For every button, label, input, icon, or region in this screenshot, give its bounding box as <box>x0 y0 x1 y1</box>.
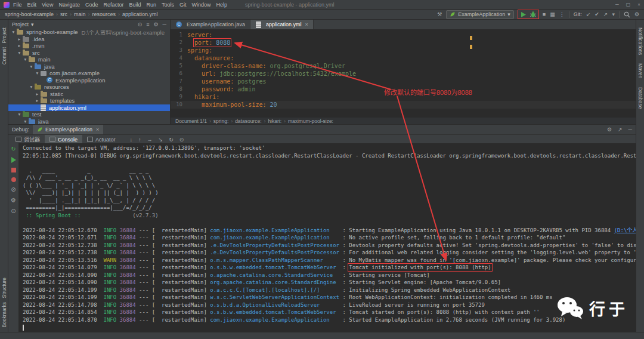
tree-chevron-icon[interactable]: ▾ <box>35 70 40 76</box>
locate-file-icon[interactable]: ⊙ <box>138 21 143 27</box>
git-commit-icon[interactable]: ✔ <box>595 11 599 19</box>
editor-breadcrumb-document-1-1[interactable]: Document 1/1 <box>175 118 207 124</box>
stop-button[interactable]: ■ <box>543 11 546 19</box>
tree-item-test[interactable]: ▾test <box>8 111 170 118</box>
git-push-icon[interactable]: ↗ <box>603 11 608 19</box>
debug-gear-icon[interactable]: ⚙ <box>11 198 16 204</box>
code-line-6[interactable]: 6 url: jdbc:postgres://localhost:5432/ex… <box>171 70 636 78</box>
editor-breadcrumb-maximum-pool-size[interactable]: maximum-pool-size: <box>288 118 333 124</box>
maximize-icon[interactable]: ▢ <box>626 2 631 7</box>
tool-strip-bookmarks[interactable]: Bookmarks <box>1 302 7 328</box>
stop-icon[interactable] <box>11 168 16 172</box>
code-line-5[interactable]: 5 driver-class-name: org.postgresql.Driv… <box>171 62 636 70</box>
search-icon[interactable] <box>624 11 630 18</box>
console[interactable]: Connected to the target VM, address: '12… <box>19 143 636 332</box>
tree-chevron-icon[interactable]: ▾ <box>11 29 16 35</box>
tree-item-java[interactable]: ▾java <box>8 118 170 125</box>
breadcrumb-spring-boot-example[interactable]: spring-boot-example <box>5 11 54 17</box>
code-line-7[interactable]: 7 username: postgres <box>171 78 636 85</box>
code-line-4[interactable]: 4 datasource: <box>171 54 636 62</box>
settings-gear-icon[interactable]: ⚙ <box>634 11 639 19</box>
hide-panel-icon[interactable]: ─ <box>628 127 632 132</box>
close-icon[interactable]: × <box>637 2 640 7</box>
run-button[interactable] <box>520 11 527 18</box>
run-config-selector[interactable]: ExampleApplication ▾ <box>446 10 514 19</box>
tree-chevron-icon[interactable]: ▾ <box>29 84 34 90</box>
breadcrumb-application-yml[interactable]: application.yml <box>122 11 158 17</box>
menu-refactor[interactable]: Refactor <box>103 2 123 8</box>
git-dropdown-icon[interactable]: ▾ <box>612 11 615 19</box>
debug-settings-gear-icon[interactable]: ⚙ <box>607 127 612 132</box>
code-line-10[interactable]: 10 maximum-pool-size: 20 <box>171 101 636 109</box>
tree-chevron-icon[interactable]: ▸ <box>35 98 40 103</box>
tree-chevron-icon[interactable]: ▸ <box>35 91 40 97</box>
editor-breadcrumb-hikari[interactable]: hikari: <box>268 118 281 124</box>
menu-view[interactable]: View <box>42 2 53 8</box>
menu-edit[interactable]: Edit <box>27 2 37 8</box>
step-icon-3[interactable]: ↘ <box>159 137 163 143</box>
tree-item-application-yml[interactable]: application.yml <box>8 104 170 112</box>
tool-strip-database[interactable]: Database <box>637 87 643 109</box>
menu-build[interactable]: Build <box>129 2 141 8</box>
menu-file[interactable]: File <box>13 2 22 8</box>
step-icon-2[interactable]: → <box>147 137 153 143</box>
debug-tab-item[interactable]: 调试器 <box>11 135 45 144</box>
code-line-1[interactable]: 1server: <box>171 31 636 39</box>
tree-chevron-icon[interactable]: ▸ <box>17 36 22 42</box>
tree-chevron-icon[interactable]: ▾ <box>17 112 22 117</box>
tool-strip-project[interactable]: Project <box>1 27 7 43</box>
minimize-icon[interactable]: ─ <box>615 2 619 7</box>
debug-button[interactable] <box>530 11 537 18</box>
tree-chevron-icon[interactable]: ▾ <box>17 50 22 56</box>
tree-item-idea[interactable]: ▸.idea <box>8 36 170 43</box>
debug-session-tab[interactable]: ExampleApplication × <box>33 125 103 134</box>
tree-item-main[interactable]: ▾main <box>8 56 170 63</box>
breadcrumb-resources[interactable]: resources <box>92 11 116 17</box>
float-window-icon[interactable]: ↗ <box>618 127 623 132</box>
tree-item-java[interactable]: ▾java <box>8 63 170 70</box>
breadcrumb-main[interactable]: main <box>74 11 86 17</box>
rerun-icon[interactable]: ↻ <box>11 146 16 152</box>
menu-navigate[interactable]: Navigate <box>58 2 80 8</box>
chevron-down-icon[interactable]: ▾ <box>31 21 34 27</box>
build-hammer-icon[interactable]: ⚒ <box>437 11 442 19</box>
menu-tools[interactable]: Tools <box>162 2 174 8</box>
step-icon-1[interactable]: ↑ <box>138 137 141 143</box>
pin-icon[interactable]: ⊙ <box>11 208 16 214</box>
close-session-icon[interactable]: × <box>96 127 99 132</box>
code-line-2[interactable]: 2 port: 8088 <box>171 39 636 47</box>
project-panel-title[interactable]: Project <box>12 21 29 27</box>
menu-git[interactable]: Git <box>179 2 187 8</box>
view-breakpoints-icon[interactable] <box>11 177 16 182</box>
tree-item-resources[interactable]: ▾resources <box>8 84 170 91</box>
tree-item-src[interactable]: ▾src <box>8 50 170 57</box>
editor-tab-application-yml[interactable]: application.yml× <box>250 20 314 29</box>
step-icon-5[interactable]: ⊙ <box>179 137 184 143</box>
tree-item-spring-boot-example[interactable]: ▾spring-boot-exampleD:\个人资料\spring-boot-… <box>8 29 170 36</box>
coverage-icon[interactable]: ▦ <box>550 11 555 19</box>
tree-chevron-icon[interactable]: ▾ <box>23 57 28 62</box>
git-update-icon[interactable]: ↙ <box>586 11 591 19</box>
step-icon-4[interactable]: ↻ <box>169 137 174 143</box>
editor-code[interactable]: 1server:2 port: 80883spring:4 datasource… <box>171 30 636 117</box>
tool-strip-notifications[interactable]: Notifications <box>637 27 643 55</box>
collapse-all-icon[interactable]: ≡ <box>146 21 149 27</box>
tool-strip-commit[interactable]: Commit <box>1 47 7 64</box>
tree-item-templates[interactable]: ▸templates <box>8 97 170 104</box>
tree-item-static[interactable]: ▸static <box>8 91 170 98</box>
debug-tab-actuator[interactable]: Actuator <box>82 135 120 144</box>
tree-chevron-icon[interactable]: ▾ <box>29 64 34 69</box>
step-icon-0[interactable]: ↓ <box>130 137 133 143</box>
tool-strip-maven[interactable]: Maven <box>637 63 643 79</box>
tool-strip-structure[interactable]: Structure <box>1 278 7 298</box>
menu-code[interactable]: Code <box>85 2 98 8</box>
code-line-3[interactable]: 3spring: <box>171 47 636 54</box>
editor-tab-exampleapplication-java[interactable]: ExampleApplication.java <box>171 20 250 29</box>
close-tab-icon[interactable]: × <box>305 21 308 27</box>
editor-breadcrumb-spring[interactable]: spring: <box>213 118 229 124</box>
tree-chevron-icon[interactable]: ▸ <box>17 43 22 48</box>
mute-breakpoints-icon[interactable]: ⊘ <box>11 187 16 193</box>
tree-item-mvn[interactable]: ▸.mvn <box>8 42 170 50</box>
breadcrumb-src[interactable]: src <box>60 11 67 17</box>
panel-settings-icon[interactable]: ⚙ <box>154 21 159 27</box>
